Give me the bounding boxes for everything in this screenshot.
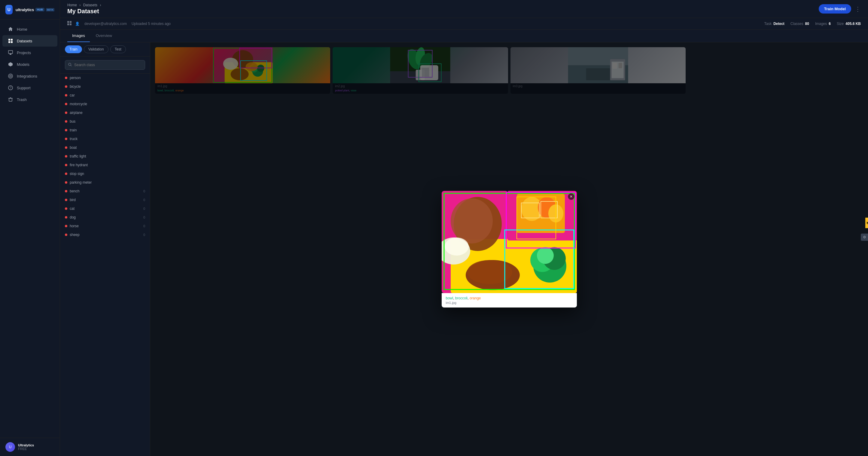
- owner-email: developer@ultralytics.com: [85, 22, 127, 26]
- nav: Home Datasets Projects Models Integratio…: [0, 20, 60, 438]
- class-item[interactable]: truck: [60, 135, 150, 143]
- class-item[interactable]: stop sign: [60, 170, 150, 178]
- svg-text:?: ?: [10, 86, 12, 90]
- tag-sep1: ,: [453, 296, 455, 300]
- svg-point-18: [68, 63, 71, 65]
- image-panel: im1.jpg bowl, broccoli, orange: [150, 42, 868, 456]
- stat-size-label: Size: [837, 22, 844, 26]
- filter-validation[interactable]: Validation: [84, 45, 108, 53]
- class-name: parking meter: [70, 180, 92, 185]
- class-item[interactable]: boat: [60, 143, 150, 152]
- integrations-icon: [8, 73, 13, 79]
- class-name: bird: [70, 198, 76, 202]
- class-item[interactable]: traffic light: [60, 152, 150, 161]
- class-left: airplane: [65, 111, 83, 115]
- popup-filename: im1.jpg: [446, 301, 481, 304]
- avatar: U: [5, 442, 15, 452]
- search-row: [60, 57, 150, 74]
- class-dot: [65, 146, 67, 149]
- more-options-button[interactable]: ⋮: [855, 5, 861, 12]
- stat-task: Task Detect: [764, 22, 784, 26]
- stat-size-value: 405.6 KB: [845, 22, 861, 26]
- tab-overview[interactable]: Overview: [91, 30, 117, 42]
- breadcrumb-home[interactable]: Home: [67, 3, 77, 7]
- sidebar-item-support[interactable]: ? Support: [2, 82, 57, 93]
- image-popup-overlay: ✕: [150, 42, 868, 456]
- sidebar-item-models[interactable]: Models: [2, 59, 57, 70]
- sidebar-item-trash[interactable]: Trash: [2, 94, 57, 105]
- class-item[interactable]: dog 0: [60, 213, 150, 222]
- class-name: cat: [70, 207, 74, 211]
- header-left: 👤 developer@ultralytics.com Uploaded 5 m…: [67, 21, 170, 26]
- tag-orange: orange: [470, 296, 481, 300]
- class-dot: [65, 164, 67, 166]
- train-model-button[interactable]: Train Model: [819, 4, 851, 13]
- logo: U ultralytics HUB BETA: [0, 0, 60, 20]
- dataset-view: Train Validation Test person: [60, 42, 868, 456]
- dataset-header: 👤 developer@ultralytics.com Uploaded 5 m…: [60, 18, 868, 30]
- class-item[interactable]: bus: [60, 117, 150, 126]
- feedback-icon-button[interactable]: ⚙: [861, 234, 868, 241]
- svg-line-19: [71, 65, 71, 66]
- breadcrumb-datasets[interactable]: Datasets: [83, 3, 97, 7]
- class-name: boat: [70, 146, 76, 150]
- class-item[interactable]: train: [60, 126, 150, 135]
- svg-marker-6: [8, 62, 12, 66]
- class-name: person: [70, 76, 81, 80]
- popup-close[interactable]: ✕: [568, 193, 575, 200]
- class-item[interactable]: cat 0: [60, 204, 150, 213]
- class-name: car: [70, 93, 75, 97]
- class-item[interactable]: sheep 0: [60, 231, 150, 239]
- class-name: traffic light: [70, 154, 86, 158]
- feedback-label: Feedback: [867, 221, 868, 224]
- class-name: bicycle: [70, 85, 81, 89]
- class-item[interactable]: person: [60, 74, 150, 82]
- feedback-tab[interactable]: Feedback: [865, 218, 868, 228]
- datasets-icon: [8, 38, 13, 43]
- sidebar-item-datasets[interactable]: Datasets: [2, 35, 57, 47]
- class-item[interactable]: bench 0: [60, 187, 150, 196]
- class-item[interactable]: parking meter: [60, 178, 150, 187]
- class-name: sheep: [70, 233, 80, 237]
- sidebar-item-label-projects: Projects: [17, 51, 31, 55]
- class-left: boat: [65, 146, 76, 150]
- grid-icon: [67, 21, 71, 26]
- class-item[interactable]: bird 0: [60, 196, 150, 204]
- sidebar-item-integrations[interactable]: Integrations: [2, 70, 57, 82]
- class-dot: [65, 77, 67, 79]
- class-name: motorcycle: [70, 102, 87, 106]
- filter-test[interactable]: Test: [110, 45, 126, 53]
- svg-rect-5: [10, 54, 11, 55]
- projects-icon: [8, 50, 13, 55]
- class-item[interactable]: bicycle: [60, 82, 150, 91]
- class-left: person: [65, 76, 81, 80]
- stat-task-label: Task: [764, 22, 772, 26]
- class-item[interactable]: horse 0: [60, 222, 150, 231]
- sidebar-item-projects[interactable]: Projects: [2, 47, 57, 58]
- class-left: parking meter: [65, 180, 92, 185]
- class-dot: [65, 129, 67, 131]
- class-item[interactable]: airplane: [60, 109, 150, 117]
- sidebar-item-label-datasets: Datasets: [17, 39, 32, 43]
- tab-images[interactable]: Images: [67, 30, 90, 42]
- sidebar-item-home[interactable]: Home: [2, 24, 57, 35]
- svg-point-54: [451, 199, 493, 243]
- class-item[interactable]: car: [60, 91, 150, 100]
- svg-rect-14: [67, 21, 69, 23]
- topbar-left: Home › Datasets › My Dataset: [67, 3, 102, 15]
- svg-rect-4: [8, 51, 12, 54]
- class-left: horse: [65, 224, 79, 228]
- svg-rect-11: [9, 98, 12, 101]
- search-icon: [68, 62, 72, 68]
- class-item[interactable]: motorcycle: [60, 100, 150, 109]
- svg-rect-3: [11, 41, 12, 43]
- search-input[interactable]: [74, 63, 142, 67]
- filter-train[interactable]: Train: [65, 45, 82, 53]
- class-left: truck: [65, 137, 78, 141]
- class-item[interactable]: fire hydrant: [60, 161, 150, 170]
- beta-label: BETA: [46, 8, 54, 11]
- sidebar-item-label-integrations: Integrations: [17, 74, 37, 79]
- svg-rect-2: [8, 41, 10, 43]
- class-dot: [65, 155, 67, 157]
- sidebar-item-label-trash: Trash: [17, 97, 27, 102]
